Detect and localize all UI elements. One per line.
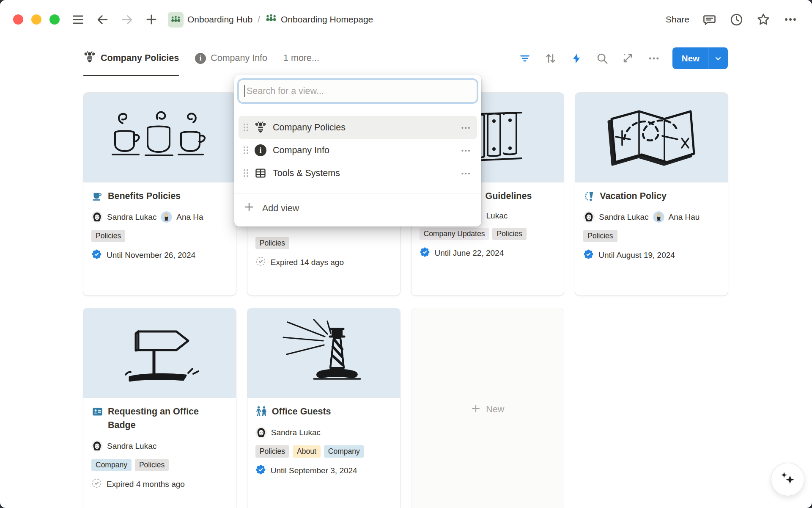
view-row-label: Company Info	[273, 145, 329, 156]
history-clock-icon[interactable]	[729, 12, 743, 27]
table-icon	[254, 167, 267, 179]
row-more-icon[interactable]: •••	[461, 170, 473, 177]
minimize-window-button[interactable]	[31, 14, 41, 25]
breadcrumb-separator: /	[256, 14, 261, 25]
tab-more-views[interactable]: 1 more...	[283, 41, 319, 76]
avatar	[583, 211, 595, 223]
status-text: Until November 26, 2024	[107, 251, 195, 260]
tag-pill: Policies	[91, 230, 125, 242]
top-bar: Onboarding Hub / Onboarding Homepage Sha…	[0, 0, 812, 39]
forward-arrow-icon[interactable]	[120, 12, 134, 27]
owner-name: Ana Ha	[176, 213, 203, 222]
tag-pill: Policies	[492, 228, 526, 240]
card-vacation-policy[interactable]: Vacation Policy Sandra Lukac Ana Hau Pol…	[575, 93, 728, 295]
ai-assistant-button[interactable]	[771, 463, 804, 496]
coffee-cup-icon	[91, 190, 103, 202]
status-text: Expired 4 months ago	[107, 480, 185, 489]
tab-label: Company Policies	[101, 53, 179, 64]
card-requesting-office-badge[interactable]: Requesting an Office Badge Sandra Lukac …	[83, 308, 236, 508]
plus-icon	[471, 403, 481, 416]
sort-icon[interactable]	[543, 51, 558, 66]
card-cover-lighthouse-doodle	[247, 308, 400, 398]
more-ellipsis-icon[interactable]	[783, 12, 798, 27]
back-arrow-icon[interactable]	[95, 12, 110, 27]
new-card-button[interactable]: New	[411, 308, 564, 508]
row-more-icon[interactable]: •••	[461, 147, 473, 154]
new-button-label: New	[672, 53, 708, 64]
card-benefits-policies[interactable]: Benefits Policies Sandra Lukac Ana Ha Po…	[83, 93, 236, 295]
verified-badge-icon	[583, 249, 594, 262]
card-owners: Lukac	[486, 211, 556, 221]
card-owners: Sandra Lukac	[255, 427, 392, 438]
tag-pill: Company Updates	[420, 228, 489, 240]
tag-pill: Company	[324, 445, 364, 458]
status-text: Until August 19, 2024	[598, 251, 675, 260]
tab-label: 1 more...	[283, 53, 319, 64]
two-people-icon	[255, 406, 267, 417]
new-card-label: New	[486, 404, 504, 415]
owner-name: Sandra Lukac	[107, 213, 156, 222]
drag-handle-icon[interactable]	[243, 146, 249, 155]
search-icon[interactable]	[595, 51, 609, 66]
comment-icon[interactable]	[702, 12, 716, 27]
avatar	[653, 211, 664, 223]
sparkles-icon	[779, 469, 797, 490]
view-search-input[interactable]: Search for a view...	[239, 80, 477, 102]
id-badge-icon	[91, 406, 103, 417]
window-controls	[13, 14, 60, 25]
chevron-down-icon[interactable]	[708, 54, 728, 63]
verified-badge-icon	[255, 464, 266, 477]
tag-pill: Policies	[255, 237, 289, 249]
star-icon[interactable]	[756, 12, 771, 27]
view-row-label: Tools & Systems	[273, 168, 340, 179]
card-title-text-visible: Guidelines	[486, 189, 532, 203]
lightning-icon[interactable]	[569, 51, 584, 66]
search-placeholder: Search for a view...	[247, 86, 324, 97]
view-row-company-policies[interactable]: Company Policies •••	[239, 116, 477, 139]
text-caret	[244, 85, 245, 97]
card-title-text: Benefits Policies	[108, 189, 181, 203]
zoom-window-button[interactable]	[49, 14, 60, 25]
view-row-label: Company Policies	[273, 122, 346, 133]
new-page-plus-icon[interactable]	[144, 12, 159, 27]
avatar	[161, 211, 172, 223]
new-button[interactable]: New	[672, 47, 728, 69]
avatar	[255, 427, 267, 438]
view-row-tools-systems[interactable]: Tools & Systems •••	[239, 162, 477, 185]
filter-icon[interactable]	[518, 51, 532, 66]
expand-icon[interactable]	[621, 51, 635, 66]
tab-company-policies[interactable]: Company Policies	[83, 41, 179, 76]
add-view-button[interactable]: Add view	[239, 197, 477, 220]
breadcrumb-root[interactable]: Onboarding Hub	[187, 14, 252, 25]
breadcrumb: Onboarding Hub / Onboarding Homepage	[168, 12, 373, 28]
close-window-button[interactable]	[13, 14, 23, 25]
tab-company-info[interactable]: i Company Info	[195, 41, 267, 76]
more-ellipsis-icon[interactable]	[647, 51, 661, 66]
view-switcher-dropdown: Search for a view... Company Policies ••…	[234, 75, 481, 226]
avatar	[91, 440, 103, 452]
info-icon: i	[254, 144, 267, 157]
view-bar: Company Policies i Company Info 1 more..…	[83, 41, 728, 76]
row-more-icon[interactable]: •••	[461, 124, 473, 131]
card-title-text: Requesting an Office Badge	[108, 405, 207, 432]
tag-pill: Policies	[583, 230, 617, 242]
card-office-guests[interactable]: Office Guests Sandra Lukac Policies Abou…	[247, 308, 400, 508]
menu-icon[interactable]	[71, 12, 85, 27]
card-title-text: Office Guests	[272, 405, 331, 418]
status-text: Until June 22, 2024	[435, 248, 504, 258]
breadcrumb-page[interactable]: Onboarding Homepage	[281, 14, 373, 25]
tag-pill: About	[293, 445, 321, 458]
drag-handle-icon[interactable]	[243, 123, 249, 132]
card-cover-signpost-doodle	[83, 308, 236, 398]
verified-badge-icon	[91, 249, 102, 262]
drag-handle-icon[interactable]	[243, 168, 249, 178]
info-icon: i	[195, 53, 206, 64]
tab-label: Company Info	[211, 53, 267, 64]
share-button[interactable]: Share	[666, 14, 689, 25]
view-row-company-info[interactable]: i Company Info •••	[239, 139, 477, 162]
plus-icon	[244, 202, 255, 215]
people-meeting-icon	[168, 12, 184, 28]
card-owners: Sandra Lukac	[91, 440, 228, 452]
owner-name: Sandra Lukac	[107, 442, 156, 451]
card-owners: Sandra Lukac Ana Hau	[583, 211, 720, 223]
